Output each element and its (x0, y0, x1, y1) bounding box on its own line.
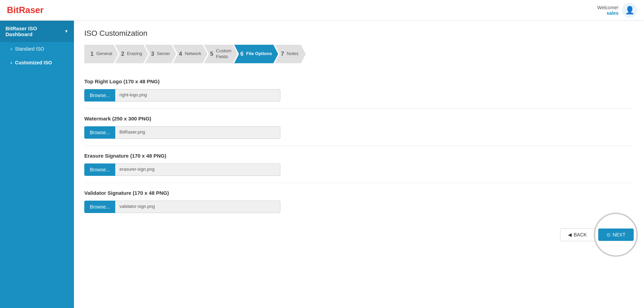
step-label: Server (157, 51, 170, 57)
step-number: 1 (90, 51, 94, 57)
back-button[interactable]: ◀ BACK (560, 228, 595, 241)
step-label: CustomFields (216, 48, 232, 60)
bullet-icon: » (10, 61, 12, 65)
section-label: Top Right Logo (170 x 48 PNG) (84, 78, 634, 84)
sidebar-item-label: Customized ISO (15, 60, 52, 65)
sidebar-item-standard-iso[interactable]: » Standard ISO (0, 42, 74, 56)
form-section-validator-signature: Validator Signature (170 x 48 PNG) Brows… (84, 183, 634, 220)
step-notes[interactable]: 7Notes (275, 45, 306, 63)
header: BitRaser Welcome! sales 👤 (0, 0, 644, 21)
sidebar-dashboard-label: BitRaser ISO Dashboard (6, 25, 64, 37)
file-input-row: Browse... right-logo.png (84, 89, 280, 102)
chevron-down-icon: ▼ (64, 29, 68, 34)
username-link[interactable]: sales (597, 10, 619, 16)
welcome-label: Welcome! (597, 5, 619, 10)
file-name-display: right-logo.png (115, 89, 280, 102)
next-circle-icon: ⊙ (607, 232, 611, 237)
file-name-display: BitRaser.png (115, 126, 280, 139)
next-label: NEXT (613, 232, 625, 237)
form-section-erasure-signature: Erasure Signature (170 x 48 PNG) Browse.… (84, 146, 634, 183)
logo-raser: Raser (19, 5, 44, 15)
step-label: Notes (287, 51, 299, 57)
file-input-row: Browse... erasurer-sign.png (84, 163, 280, 176)
section-label: Erasure Signature (170 x 48 PNG) (84, 153, 634, 159)
bottom-actions: ◀ BACK ⊙ NEXT (84, 220, 634, 245)
next-button-wrapper: ⊙ NEXT (598, 229, 634, 241)
sidebar: BitRaser ISO Dashboard ▼ » Standard ISO … (0, 21, 74, 308)
step-number: 7 (281, 51, 284, 57)
step-label: Network (185, 51, 201, 57)
step-label: File Options (246, 51, 272, 57)
step-network[interactable]: 4Network (173, 45, 207, 63)
file-input-row: Browse... BitRaser.png (84, 126, 280, 139)
sidebar-dashboard-header[interactable]: BitRaser ISO Dashboard ▼ (0, 21, 74, 42)
form-section-watermark: Watermark (250 x 300 PNG) Browse... BitR… (84, 109, 634, 146)
browse-button[interactable]: Browse... (84, 163, 115, 176)
file-name-display: validator-sign.png (115, 201, 280, 213)
logo-bit: Bit (7, 5, 19, 15)
browse-button[interactable]: Browse... (84, 201, 115, 213)
page-title: ISO Customization (84, 29, 634, 38)
sidebar-item-customized-iso[interactable]: » Customized ISO (0, 56, 74, 70)
step-label: General (96, 51, 112, 57)
welcome-text: Welcome! sales (597, 5, 619, 16)
step-erasing[interactable]: 2Erasing (115, 45, 148, 63)
section-label: Watermark (250 x 300 PNG) (84, 116, 634, 121)
browse-button[interactable]: Browse... (84, 89, 115, 102)
main-layout: BitRaser ISO Dashboard ▼ » Standard ISO … (0, 21, 644, 308)
back-arrow-icon: ◀ (568, 232, 572, 237)
section-label: Validator Signature (170 x 48 PNG) (84, 190, 634, 196)
bullet-icon: » (10, 47, 12, 51)
step-custom-fields[interactable]: 5CustomFields (204, 45, 238, 63)
step-file-options[interactable]: 6File Options (234, 45, 278, 63)
logo: BitRaser (7, 5, 44, 15)
step-number: 4 (179, 51, 182, 57)
file-name-display: erasurer-sign.png (115, 163, 280, 176)
steps-bar: 1General2Erasing3Server4Network5CustomFi… (84, 45, 634, 63)
step-server[interactable]: 3Server (145, 45, 176, 63)
user-section: Welcome! sales 👤 (597, 3, 637, 18)
form-section-top-right-logo: Top Right Logo (170 x 48 PNG) Browse... … (84, 72, 634, 109)
step-number: 6 (240, 51, 244, 57)
back-label: BACK (574, 232, 587, 237)
step-general[interactable]: 1General (84, 45, 118, 63)
form-content: Top Right Logo (170 x 48 PNG) Browse... … (84, 72, 634, 220)
avatar: 👤 (622, 3, 637, 18)
content-area: ISO Customization 1General2Erasing3Serve… (74, 21, 644, 308)
step-label: Erasing (127, 51, 142, 57)
file-input-row: Browse... validator-sign.png (84, 201, 280, 213)
sidebar-item-label: Standard ISO (15, 46, 44, 52)
next-button[interactable]: ⊙ NEXT (598, 229, 634, 241)
step-number: 5 (210, 51, 213, 57)
browse-button[interactable]: Browse... (84, 126, 115, 139)
step-number: 2 (121, 51, 124, 57)
step-number: 3 (151, 51, 154, 57)
